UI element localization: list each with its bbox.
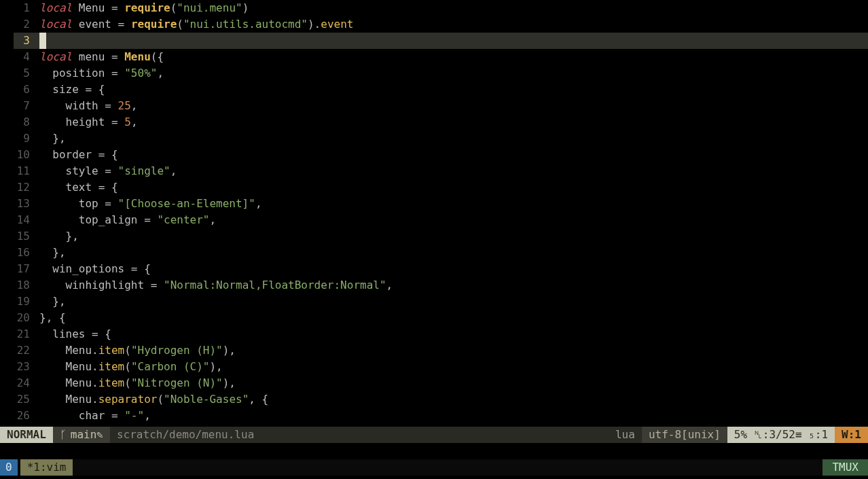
token-punc: , { (249, 393, 268, 406)
line-number: 24 (0, 375, 30, 391)
token-punc: = (111, 67, 124, 79)
code-line[interactable]: border = { (39, 147, 868, 163)
token-punc: , (157, 67, 164, 79)
line-number: 25 (0, 391, 30, 408)
line-number: 14 (0, 212, 30, 228)
code-line[interactable]: top = "[Choose-an-Element]", (39, 196, 868, 212)
code-line[interactable]: char = "-", (39, 408, 868, 424)
token-punc: ( (170, 1, 177, 14)
token-ident: winhighlight (39, 279, 151, 291)
git-branch-segment: ᚴ main ✎ (53, 427, 110, 443)
tmux-hostname: TMUX (822, 459, 868, 476)
line-number: 18 (0, 277, 30, 294)
token-ident: top (39, 197, 105, 210)
tmux-session[interactable]: 0 (0, 459, 18, 476)
token-punc: ( (124, 344, 131, 357)
code-line[interactable]: }, (39, 294, 868, 310)
code-line[interactable]: }, (39, 130, 868, 147)
mode-indicator: NORMAL (0, 427, 53, 443)
token-punc: = (105, 197, 117, 210)
token-ident: position (39, 67, 111, 79)
token-num: 5 (124, 116, 131, 128)
code-line[interactable]: lines = { (39, 326, 868, 342)
token-ident: Menu. (39, 376, 98, 389)
code-line[interactable]: top_align = "center", (39, 212, 868, 228)
code-line[interactable]: style = "single", (39, 163, 868, 179)
token-fn: require (131, 18, 177, 31)
code-line[interactable]: }, { (39, 310, 868, 326)
code-line[interactable]: }, (39, 245, 868, 261)
line-number: 20 (0, 310, 30, 326)
token-str: "nui.utils.autocmd" (183, 18, 308, 31)
line-number: 9 (0, 130, 30, 147)
code-line[interactable]: }, (39, 228, 868, 245)
branch-name: main (71, 427, 97, 443)
tmux-statusline: 0 *1:vim TMUX (0, 459, 868, 476)
token-fn: Menu (124, 50, 151, 63)
token-str: "-" (124, 409, 144, 422)
token-punc: ), (209, 360, 222, 373)
code-line[interactable]: local menu = Menu({ (39, 49, 868, 65)
token-punc: ), (223, 376, 236, 389)
code-line[interactable]: Menu.item("Nitrogen (N)"), (39, 375, 868, 391)
token-ident: win_options (39, 262, 131, 275)
code-line[interactable]: position = "50%", (39, 65, 868, 82)
token-fn: require (124, 1, 170, 14)
dirty-indicator: ✎ (96, 427, 103, 443)
token-num: 25 (118, 99, 131, 112)
token-punc: = { (131, 262, 151, 275)
token-punc: = { (98, 181, 118, 194)
code-line[interactable]: size = { (39, 82, 868, 98)
line-number: 17 (0, 261, 30, 277)
code-line[interactable]: Menu.item("Carbon (C)"), (39, 359, 868, 375)
code-line[interactable]: local Menu = require("nui.menu") (39, 0, 868, 16)
token-kw: local (39, 50, 72, 63)
code-line[interactable]: Menu.item("Hydrogen (H)"), (39, 342, 868, 359)
code-line[interactable]: height = 5, (39, 114, 868, 130)
token-kw: local (39, 1, 72, 14)
token-punc: }, (39, 230, 79, 243)
code-line[interactable]: Menu.separator("Noble-Gases", { (39, 391, 868, 408)
code-line[interactable]: winhighlight = "Normal:Normal,FloatBorde… (39, 277, 868, 294)
code-line[interactable]: text = { (39, 179, 868, 196)
token-ident: style (39, 164, 105, 177)
code-line[interactable]: win_options = { (39, 261, 868, 277)
position-indicator: 5% ␤:3/52 ≡ ₅:1 (727, 427, 835, 443)
tmux-window[interactable]: *1:vim (20, 459, 73, 476)
token-punc: ( (157, 393, 164, 406)
code-area[interactable]: local Menu = require("nui.menu")local ev… (39, 0, 868, 424)
token-punc: ( (177, 18, 183, 31)
token-punc: = (111, 409, 124, 422)
token-punc: = (105, 99, 117, 112)
encoding-indicator: utf-8[unix] (642, 427, 727, 443)
token-punc: , (170, 164, 177, 177)
token-fnnl: item (98, 344, 125, 357)
token-punc: = (151, 279, 164, 291)
token-punc: = { (92, 327, 111, 340)
code-line[interactable]: local event = require("nui.utils.autocmd… (39, 16, 868, 33)
line-number: 3 (0, 33, 30, 49)
line-number: 19 (0, 294, 30, 310)
editor-viewport[interactable]: 1234567891011121314151617181920212223242… (0, 0, 868, 479)
token-punc: = (144, 213, 157, 226)
token-punc: , (144, 409, 151, 422)
token-str: "Normal:Normal,FloatBorder:Normal" (164, 279, 386, 291)
token-punc: , (255, 197, 262, 210)
token-ident: Menu (72, 1, 111, 14)
token-str: "single" (118, 164, 170, 177)
token-ident: Menu. (39, 393, 98, 406)
token-fnnl: item (98, 360, 125, 373)
line-number: 10 (0, 147, 30, 163)
token-str: "nui.menu" (177, 1, 242, 14)
token-punc: = (111, 50, 124, 63)
token-ident: Menu. (39, 344, 98, 357)
code-line[interactable]: width = 25, (39, 98, 868, 114)
code-line[interactable] (39, 33, 868, 49)
token-punc: , (131, 116, 138, 128)
filetype-indicator: lua (609, 427, 642, 443)
token-punc: ( (124, 376, 131, 389)
block-cursor (39, 33, 46, 49)
token-ident: menu (72, 50, 111, 63)
token-ident: char (39, 409, 111, 422)
token-punc: ({ (151, 50, 164, 63)
